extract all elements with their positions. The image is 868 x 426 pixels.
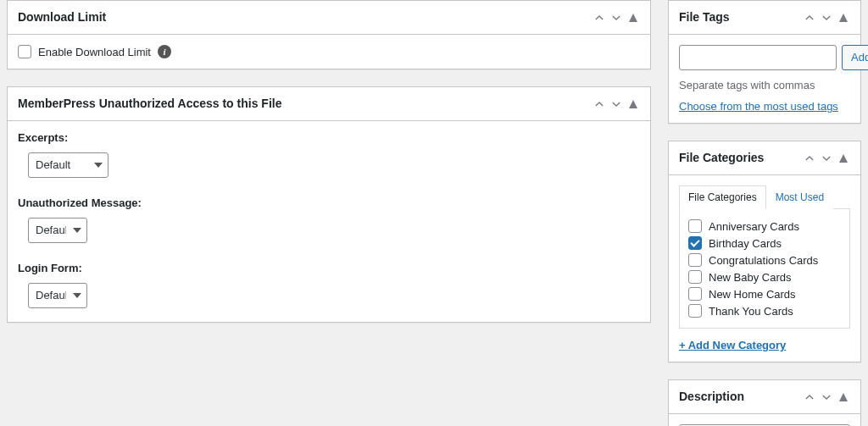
description-panel: Description [668, 379, 861, 426]
toggle-panel-icon[interactable] [837, 390, 850, 404]
category-label[interactable]: New Baby Cards [709, 271, 792, 284]
move-down-icon[interactable] [820, 152, 833, 165]
category-item: Anniversary Cards [688, 218, 841, 235]
move-up-icon[interactable] [803, 390, 816, 404]
description-header: Description [669, 380, 860, 414]
category-label[interactable]: New Home Cards [709, 288, 796, 301]
file-categories-panel: File Categories File Categories Most Use… [668, 141, 861, 362]
enable-download-limit-label: Enable Download Limit [38, 46, 151, 58]
category-label[interactable]: Anniversary Cards [709, 220, 799, 233]
info-icon[interactable]: i [158, 45, 171, 58]
category-checkbox[interactable] [688, 304, 702, 318]
excerpts-label: Excerpts: [18, 131, 640, 144]
toggle-panel-icon[interactable] [837, 11, 850, 25]
file-tags-panel: File Tags Add Separate tags with commas … [668, 0, 861, 124]
toggle-panel-icon[interactable] [626, 97, 640, 111]
add-category-link[interactable]: + Add New Category [679, 339, 786, 351]
category-list: Anniversary CardsBirthday CardsCongratul… [688, 218, 841, 319]
category-label[interactable]: Birthday Cards [709, 237, 782, 250]
unauthorized-message-label: Unauthorized Message: [18, 196, 640, 209]
excerpts-select[interactable]: Default [28, 152, 108, 178]
unauthorized-access-panel: MemberPress Unauthorized Access to this … [7, 86, 651, 323]
category-checkbox[interactable] [688, 270, 702, 284]
panel-handle-actions [593, 97, 640, 111]
unauthorized-access-header: MemberPress Unauthorized Access to this … [8, 87, 650, 121]
category-item: New Baby Cards [688, 268, 841, 285]
move-down-icon[interactable] [609, 97, 623, 111]
move-down-icon[interactable] [820, 390, 833, 404]
unauthorized-access-title: MemberPress Unauthorized Access to this … [18, 96, 281, 113]
category-item: Birthday Cards [688, 235, 841, 252]
category-checkbox[interactable] [688, 253, 702, 267]
enable-download-limit-checkbox[interactable] [18, 45, 31, 58]
panel-handle-actions [803, 390, 850, 404]
tags-help-text: Separate tags with commas [679, 79, 850, 91]
file-categories-title: File Categories [679, 150, 764, 167]
tab-all-categories[interactable]: File Categories [679, 185, 766, 209]
panel-handle-actions [803, 152, 850, 165]
move-up-icon[interactable] [803, 152, 816, 165]
download-limit-header: Download Limit [8, 1, 650, 35]
file-tags-header: File Tags [669, 1, 860, 35]
tag-input[interactable] [679, 45, 837, 70]
download-limit-panel: Download Limit Enable Download Limit i [7, 0, 651, 69]
toggle-panel-icon[interactable] [837, 152, 850, 165]
category-label[interactable]: Thank You Cards [709, 305, 793, 318]
category-label[interactable]: Congratulations Cards [709, 254, 818, 267]
move-down-icon[interactable] [820, 11, 833, 25]
move-up-icon[interactable] [593, 11, 606, 25]
file-categories-header: File Categories [669, 141, 860, 175]
move-up-icon[interactable] [803, 11, 816, 25]
file-tags-title: File Tags [679, 9, 730, 26]
toggle-panel-icon[interactable] [626, 11, 640, 25]
category-item: Congratulations Cards [688, 252, 841, 268]
panel-handle-actions [593, 11, 640, 25]
add-tag-button[interactable]: Add [842, 45, 868, 70]
choose-tags-link[interactable]: Choose from the most used tags [679, 100, 838, 113]
category-checkbox[interactable] [688, 236, 702, 250]
description-title: Description [679, 389, 744, 406]
category-item: New Home Cards [688, 285, 841, 302]
panel-handle-actions [803, 11, 850, 25]
login-form-label: Login Form: [18, 262, 640, 274]
unauthorized-message-select[interactable]: Default [28, 218, 87, 243]
category-checkbox[interactable] [688, 287, 702, 301]
login-form-select[interactable]: Default [28, 283, 87, 308]
tab-most-used[interactable]: Most Used [766, 185, 833, 209]
move-down-icon[interactable] [609, 11, 623, 25]
category-checkbox[interactable] [688, 219, 702, 233]
download-limit-title: Download Limit [18, 9, 106, 26]
move-up-icon[interactable] [593, 97, 606, 111]
category-item: Thank You Cards [688, 302, 841, 319]
